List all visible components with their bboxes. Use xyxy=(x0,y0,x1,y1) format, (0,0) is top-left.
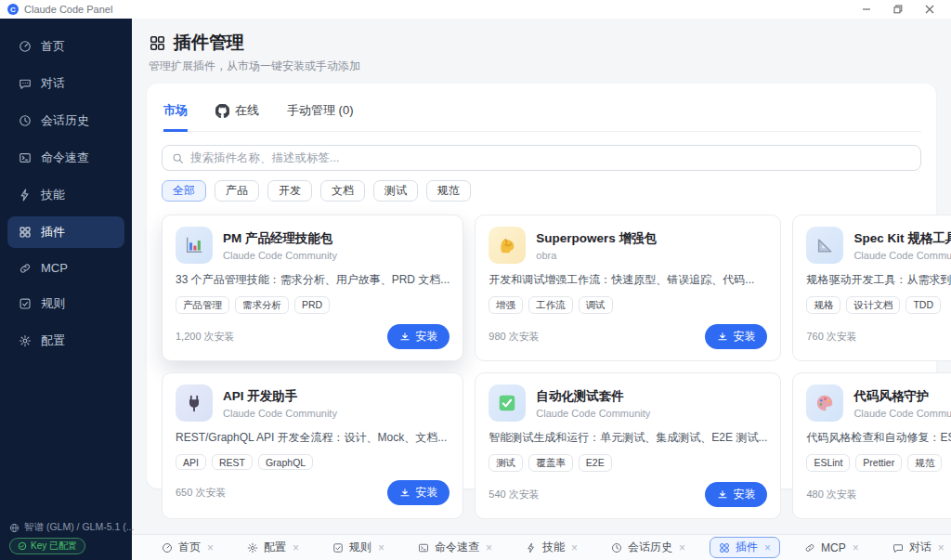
plugin-tag: API xyxy=(176,454,206,470)
sidebar-item-chat[interactable]: 对话 xyxy=(7,68,124,99)
plugin-tag: 设计文档 xyxy=(846,296,900,314)
bottom-tab-plugins[interactable]: 插件 × xyxy=(710,537,780,558)
plugin-tag: 规范 xyxy=(907,454,942,472)
bottom-tab-mcp[interactable]: MCP × xyxy=(795,539,868,557)
sidebar-item-home[interactable]: 首页 xyxy=(7,31,124,62)
close-icon[interactable]: × xyxy=(293,541,299,554)
close-icon[interactable]: × xyxy=(679,541,685,554)
filter-chip-dev[interactable]: 开发 xyxy=(267,180,312,202)
minimize-button[interactable] xyxy=(851,0,882,19)
lightning-icon xyxy=(526,542,537,553)
plugin-tag: 工作流 xyxy=(528,296,573,314)
plugin-tag: GraphQL xyxy=(258,454,313,470)
sidebar-item-skills[interactable]: 技能 xyxy=(7,179,124,211)
plugin-tag: 增强 xyxy=(489,296,523,314)
filter-chip-docs[interactable]: 文档 xyxy=(320,180,365,202)
sidebar-item-label: 对话 xyxy=(41,75,65,92)
gauge-icon xyxy=(19,40,32,53)
plugin-tag: 产品管理 xyxy=(176,296,229,314)
panel-tabs: 市场 在线 手动管理 (0) xyxy=(162,95,921,132)
key-status-badge: Key 已配置 xyxy=(9,538,85,554)
filter-chip-product[interactable]: 产品 xyxy=(215,180,259,202)
tab-manual[interactable]: 手动管理 (0) xyxy=(287,102,354,132)
search-input[interactable] xyxy=(190,151,911,164)
filter-chips: 全部 产品 开发 文档 测试 规范 xyxy=(162,180,921,202)
model-label: 智谱 (GLM) / GLM-5.1 (... xyxy=(24,521,134,534)
sidebar-item-mcp[interactable]: MCP xyxy=(7,254,124,282)
model-indicator[interactable]: 智谱 (GLM) / GLM-5.1 (... xyxy=(9,521,134,534)
terminal-icon xyxy=(19,151,32,164)
plugin-panel: 市场 在线 手动管理 (0) 全部 产品 xyxy=(147,84,936,488)
bottom-tab-history[interactable]: 会话历史 × xyxy=(602,537,695,558)
check-circle-icon xyxy=(18,541,27,551)
sidebar-item-rules[interactable]: 规则 xyxy=(7,288,124,319)
plugin-card[interactable]: 代码风格守护 Claude Code Community 代码风格检查和自动修复… xyxy=(792,372,951,519)
plugin-card[interactable]: 自动化测试套件 Claude Code Community 智能测试生成和运行：… xyxy=(475,372,781,519)
install-button-label: 安装 xyxy=(733,487,755,502)
plugin-title: API 开发助手 xyxy=(223,388,337,405)
download-icon xyxy=(399,332,410,343)
install-count: 540 次安装 xyxy=(489,488,539,501)
restore-button[interactable] xyxy=(882,0,914,19)
check-square-icon xyxy=(332,542,344,553)
install-button-label: 安装 xyxy=(415,329,437,345)
close-button[interactable] xyxy=(914,0,945,19)
install-button[interactable]: 安装 xyxy=(705,324,767,349)
bottom-tab-label: 配置 xyxy=(264,540,286,555)
plugin-tag: 覆盖率 xyxy=(528,454,573,472)
app-title: Claude Code Panel xyxy=(24,4,112,15)
palette-icon xyxy=(806,384,843,422)
install-count: 650 次安装 xyxy=(176,486,226,500)
sidebar: 首页 对话 会话历史 命令速查 技能 插件 xyxy=(0,19,132,560)
plugin-card[interactable]: PM 产品经理技能包 Claude Code Community 33 个产品管… xyxy=(162,215,463,361)
chat-icon xyxy=(892,542,904,553)
plugin-author: Claude Code Community xyxy=(853,250,951,261)
tab-market[interactable]: 市场 xyxy=(163,102,188,132)
bottom-tab-chat[interactable]: 对话 × xyxy=(883,537,951,558)
plugin-grid: PM 产品经理技能包 Claude Code Community 33 个产品管… xyxy=(162,215,921,519)
install-button[interactable]: 安装 xyxy=(387,480,449,505)
close-icon[interactable]: × xyxy=(853,541,859,554)
close-icon[interactable]: × xyxy=(207,541,214,554)
plugin-author: Claude Code Community xyxy=(223,250,337,261)
plugin-tag: ESLint xyxy=(806,454,850,472)
sidebar-item-plugins[interactable]: 插件 xyxy=(7,216,124,248)
sidebar-item-settings[interactable]: 配置 xyxy=(7,325,124,357)
plugin-card[interactable]: API 开发助手 Claude Code Community REST/Grap… xyxy=(162,372,463,519)
bottom-tab-settings[interactable]: 配置 × xyxy=(238,537,308,558)
electric-plug-icon xyxy=(176,384,213,422)
sidebar-item-commands[interactable]: 命令速查 xyxy=(7,142,124,174)
close-icon[interactable]: × xyxy=(571,541,578,554)
filter-chip-test[interactable]: 测试 xyxy=(373,180,418,202)
clock-icon xyxy=(19,114,32,127)
plugin-description: 智能测试生成和运行：单元测试、集成测试、E2E 测试... xyxy=(489,430,767,446)
close-icon[interactable]: × xyxy=(764,541,771,554)
plugin-tag: 需求分析 xyxy=(235,296,289,314)
sidebar-item-history[interactable]: 会话历史 xyxy=(7,105,124,137)
filter-chip-all[interactable]: 全部 xyxy=(162,180,206,202)
bottom-tab-commands[interactable]: 命令速查 × xyxy=(409,537,502,558)
bottom-tab-label: 技能 xyxy=(542,540,565,555)
bottom-tab-bar: 首页 × 配置 × 规则 × 命令速查 × xyxy=(132,534,951,560)
install-button[interactable]: 安装 xyxy=(387,324,449,349)
terminal-icon xyxy=(418,542,429,553)
bottom-tab-rules[interactable]: 规则 × xyxy=(323,537,394,558)
plugin-card[interactable]: Spec Kit 规格工具包 Claude Code Community 规格驱… xyxy=(792,215,951,361)
tab-online[interactable]: 在线 xyxy=(215,102,259,132)
sidebar-item-label: 配置 xyxy=(41,332,65,349)
sidebar-item-label: 命令速查 xyxy=(41,150,89,166)
close-icon[interactable]: × xyxy=(378,541,384,554)
close-icon[interactable]: × xyxy=(938,541,944,554)
sidebar-footer: 智谱 (GLM) / GLM-5.1 (... Key 已配置 xyxy=(9,521,134,554)
close-icon[interactable]: × xyxy=(486,541,492,554)
plugin-author: Claude Code Community xyxy=(536,408,650,419)
download-icon xyxy=(399,488,410,499)
bottom-tab-home[interactable]: 首页 × xyxy=(152,537,223,558)
filter-chip-spec[interactable]: 规范 xyxy=(426,180,471,202)
install-button[interactable]: 安装 xyxy=(705,482,767,507)
bottom-tab-skills[interactable]: 技能 × xyxy=(516,537,587,558)
plugin-tag: 规格 xyxy=(806,296,840,314)
bottom-tab-label: 会话历史 xyxy=(628,540,672,555)
search-box[interactable] xyxy=(162,145,921,171)
plugin-card[interactable]: Superpowers 增强包 obra 开发和调试增强工作流：快速原型、错误追… xyxy=(475,215,781,361)
